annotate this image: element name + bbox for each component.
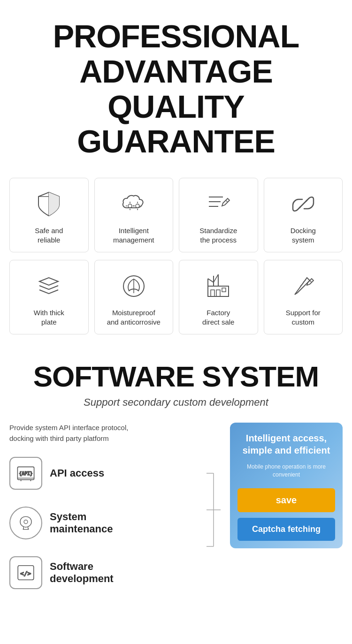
svg-line-14 xyxy=(299,200,307,208)
software-item-maintenance: Systemmaintenance xyxy=(9,507,202,539)
pencil-lines-icon xyxy=(202,188,235,220)
svg-text:</>: </> xyxy=(20,570,31,577)
panel-title: Intelligent access,simple and efficient xyxy=(237,432,335,456)
software-section: SOFTWARE SYSTEM Support secondary custom… xyxy=(0,351,352,603)
svg-point-9 xyxy=(136,204,139,208)
svg-line-26 xyxy=(214,274,218,282)
feature-row-2: With thickplate Moistureproofand anticor… xyxy=(9,260,343,334)
link-icon xyxy=(287,188,320,220)
software-item-api-label: API access xyxy=(50,467,202,479)
svg-text:{API}: {API} xyxy=(19,471,33,476)
software-body: Provide system API interface protocol,do… xyxy=(9,423,343,603)
software-left: Provide system API interface protocol,do… xyxy=(9,423,221,589)
page-header: PROFESSIONAL ADVANTAGE QUALITY GUARANTEE xyxy=(0,0,352,173)
captcha-button[interactable]: Captcha fetching xyxy=(237,518,335,541)
api-icon: {API} xyxy=(9,457,42,490)
panel-subtitle: Mobile phone operation is more convenien… xyxy=(237,463,335,479)
feature-row-1: Safe andreliable Intelligentma xyxy=(9,178,343,252)
software-item-maintenance-label: Systemmaintenance xyxy=(50,511,202,535)
svg-line-13 xyxy=(226,200,228,202)
feature-card-support-custom: Support forcustom xyxy=(264,260,343,334)
feature-label-standardize-process: Standardizethe process xyxy=(199,226,237,244)
layers-icon xyxy=(32,270,65,303)
feature-label-factory-direct: Factorydirect sale xyxy=(202,308,234,326)
main-title: PROFESSIONAL ADVANTAGE QUALITY GUARANTEE xyxy=(9,19,343,159)
software-description: Provide system API interface protocol,do… xyxy=(9,423,221,444)
feature-label-intelligent-management: Intelligentmanagement xyxy=(113,226,154,244)
svg-rect-21 xyxy=(211,290,214,296)
feature-label-moistureproof: Moistureproofand anticorrosive xyxy=(107,308,161,326)
feature-label-support-custom: Support forcustom xyxy=(286,308,321,326)
software-right-panel: Intelligent access,simple and efficient … xyxy=(230,423,343,548)
save-button[interactable]: save xyxy=(237,488,335,512)
feature-card-safe-reliable: Safe andreliable xyxy=(9,178,89,252)
shield-icon xyxy=(32,188,65,220)
software-item-development-label: Softwaredevelopment xyxy=(50,561,202,585)
software-title: SOFTWARE SYSTEM xyxy=(9,361,343,393)
feature-label-docking-system: Dockingsystem xyxy=(291,226,316,244)
feature-label-safe-reliable: Safe andreliable xyxy=(35,226,63,244)
cloud-gear-icon xyxy=(117,188,150,220)
feature-card-standardize-process: Standardizethe process xyxy=(179,178,258,252)
maintenance-icon xyxy=(9,507,42,539)
feature-card-intelligent-management: Intelligentmanagement xyxy=(94,178,174,252)
info-panel: Intelligent access,simple and efficient … xyxy=(230,423,343,548)
factory-icon xyxy=(202,270,235,303)
pen-ruler-icon xyxy=(287,270,320,303)
feature-card-factory-direct: Factorydirect sale xyxy=(179,260,258,334)
svg-line-29 xyxy=(310,280,312,282)
feature-label-thick-plate: With thickplate xyxy=(34,308,64,326)
svg-point-35 xyxy=(24,520,28,524)
svg-line-28 xyxy=(300,283,303,286)
svg-line-27 xyxy=(303,280,306,282)
feature-card-docking-system: Dockingsystem xyxy=(264,178,343,252)
feature-section: Safe andreliable Intelligentma xyxy=(0,173,352,351)
svg-line-19 xyxy=(208,279,214,282)
software-item-development: </> Softwaredevelopment xyxy=(9,556,202,589)
code-icon: </> xyxy=(9,556,42,589)
software-subtitle: Support secondary custom development xyxy=(9,396,343,409)
svg-rect-23 xyxy=(222,288,226,292)
svg-point-0 xyxy=(128,204,132,208)
shield-leaf-icon xyxy=(117,270,150,303)
bracket-svg xyxy=(207,457,221,569)
svg-rect-22 xyxy=(216,290,220,296)
software-item-api: {API} API access xyxy=(9,457,202,490)
feature-card-moistureproof: Moistureproofand anticorrosive xyxy=(94,260,174,334)
feature-card-thick-plate: With thickplate xyxy=(9,260,89,334)
